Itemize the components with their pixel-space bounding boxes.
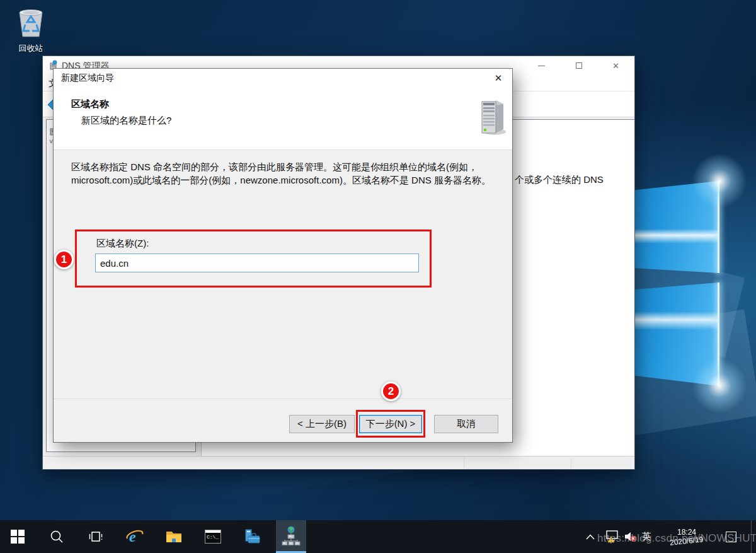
wizard-step-heading: 区域名称 bbox=[71, 98, 109, 110]
internet-explorer-icon: e bbox=[125, 527, 144, 546]
dns-statusbar bbox=[43, 456, 634, 469]
back-button[interactable]: < 上一步(B) bbox=[289, 415, 355, 433]
dns-pane-text-fragment: 个或多个连续的 DNS bbox=[515, 174, 604, 186]
windows-logo-icon bbox=[11, 530, 25, 544]
maximize-icon bbox=[576, 62, 582, 69]
task-view-icon bbox=[88, 529, 103, 544]
minimize-button[interactable] bbox=[523, 56, 560, 75]
statusbar-segment bbox=[464, 458, 571, 468]
wizard-header: 区域名称 新区域的名称是什么? bbox=[54, 88, 512, 150]
file-explorer-icon bbox=[165, 529, 183, 544]
annotation-step-1-badge: 1 bbox=[54, 250, 74, 269]
taskbar: e C:\_ bbox=[0, 520, 756, 553]
wizard-title: 新建区域向导 bbox=[61, 73, 114, 84]
search-button[interactable] bbox=[42, 520, 72, 553]
command-prompt-icon: C:\_ bbox=[205, 530, 221, 544]
speaker-muted-icon bbox=[623, 530, 637, 543]
show-desktop-button[interactable] bbox=[751, 520, 756, 553]
wizard-description: 区域名称指定 DNS 命名空间的部分，该部分由此服务器管理。这可能是你组织单位的… bbox=[71, 160, 516, 187]
server-manager-button[interactable] bbox=[237, 520, 267, 553]
new-zone-wizard-dialog: 新建区域向导 ✕ 区域名称 新区域的名称是什么? 区域名称指定 DNS 命名空间… bbox=[53, 68, 513, 443]
server-tower-icon bbox=[477, 96, 507, 137]
internet-explorer-button[interactable]: e bbox=[120, 520, 150, 553]
annotation-step-2-badge: 2 bbox=[381, 381, 401, 401]
statusbar-segment bbox=[571, 458, 633, 468]
server-manager-icon bbox=[243, 528, 261, 545]
volume-tray-icon[interactable] bbox=[621, 520, 639, 553]
command-prompt-button[interactable]: C:\_ bbox=[198, 520, 228, 553]
dns-manager-taskbar-button-active[interactable] bbox=[276, 520, 306, 553]
search-icon bbox=[49, 529, 64, 544]
action-center-button[interactable] bbox=[717, 520, 745, 553]
file-explorer-button[interactable] bbox=[159, 520, 189, 553]
network-warning-icon bbox=[604, 530, 619, 544]
zone-name-label: 区域名称(Z): bbox=[96, 238, 149, 250]
clock-date: 2020/6/19 bbox=[670, 535, 704, 547]
zone-name-input[interactable] bbox=[95, 253, 419, 272]
annotation-rect-next-button bbox=[356, 410, 425, 438]
wizard-close-button[interactable]: ✕ bbox=[491, 71, 506, 85]
chevron-up-icon bbox=[586, 534, 595, 540]
cancel-button[interactable]: 取消 bbox=[434, 415, 498, 433]
wizard-titlebar[interactable]: 新建区域向导 ✕ bbox=[54, 69, 512, 88]
recycle-bin-label: 回收站 bbox=[9, 43, 53, 54]
wizard-step-subheading: 新区域的名称是什么? bbox=[81, 115, 171, 127]
action-center-icon bbox=[726, 532, 736, 542]
close-button[interactable]: ✕ bbox=[597, 56, 634, 75]
recycle-bin-icon bbox=[14, 5, 47, 39]
task-view-button[interactable] bbox=[81, 520, 111, 553]
footer-separator bbox=[54, 399, 512, 399]
logo-edge-glow bbox=[718, 181, 719, 273]
tray-overflow-chevron[interactable] bbox=[581, 520, 600, 553]
logo-edge-glow bbox=[718, 282, 719, 386]
recycle-bin-shortcut[interactable]: 回收站 bbox=[9, 5, 53, 54]
start-button[interactable] bbox=[3, 520, 33, 553]
minimize-icon bbox=[538, 66, 545, 66]
maximize-button[interactable] bbox=[560, 56, 597, 75]
network-status-tray-icon[interactable] bbox=[601, 520, 622, 553]
dns-manager-icon bbox=[282, 526, 301, 546]
taskbar-clock[interactable]: 18:24 2020/6/19 bbox=[658, 520, 716, 553]
ime-language-indicator[interactable]: 英 bbox=[638, 520, 655, 553]
